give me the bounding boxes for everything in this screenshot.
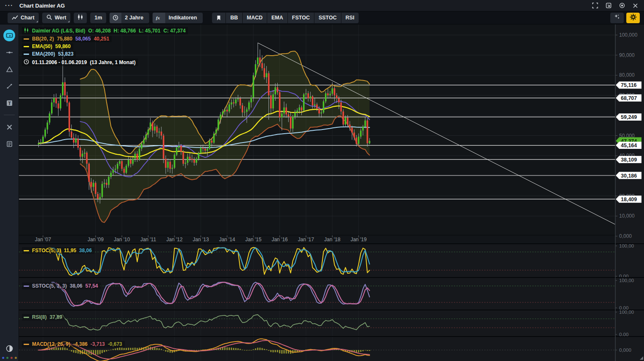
rsi-value: 37,89: [50, 314, 62, 320]
svg-text:Jan '15: Jan '15: [245, 237, 262, 242]
fullscreen-icon[interactable]: [592, 3, 598, 8]
legend-range-period: 01.11.2006 - 01.06.2019: [32, 60, 87, 65]
candles-icon: [24, 27, 29, 34]
fstoc-legend[interactable]: FSTOC(5, 3) 11,95 38,06: [22, 247, 94, 254]
chart-toolbar: Chart Wert 1m 2 Jahre fx Indikatoren BB …: [0, 11, 644, 24]
window-title: Chart Daimler AG: [19, 3, 65, 9]
settings-button[interactable]: [626, 13, 640, 23]
legend-ema50-label: EMA(50): [32, 44, 52, 49]
rsi-dash-icon: [24, 317, 29, 318]
rsi-legend[interactable]: RSI(8) 37,89: [22, 314, 65, 321]
legend-bb-row[interactable]: BB(20, 2) 75,880 58,065 40,251: [22, 36, 112, 42]
symbol-search-button[interactable]: Wert: [42, 13, 71, 23]
legend-open: O: 46,208: [88, 28, 110, 34]
sidebar-divider: [4, 115, 15, 115]
svg-text:0,000: 0,000: [619, 233, 632, 239]
quick-macd-button[interactable]: MACD: [243, 13, 268, 23]
legend-ema200-value: 53,823: [58, 51, 74, 57]
legend-close: C: 47,374: [164, 28, 186, 34]
rsi-label: RSI(8): [32, 314, 47, 320]
svg-text:59,249: 59,249: [621, 114, 637, 120]
trendline-tool-button[interactable]: [3, 80, 15, 92]
text-tool-button[interactable]: T: [3, 97, 15, 109]
indicators-button[interactable]: fx Indikatoren: [153, 13, 203, 23]
horizontal-line-tool-button[interactable]: [3, 46, 15, 58]
quick-sstoc-button[interactable]: SSTOC: [314, 13, 341, 23]
bookmark-icon[interactable]: [212, 13, 226, 23]
legend-low: L: 45,701: [139, 28, 160, 34]
svg-text:Jan '13: Jan '13: [193, 237, 209, 242]
dropdown-corner: [36, 21, 38, 22]
quick-bb-button[interactable]: BB: [226, 13, 242, 23]
svg-text:100,000: 100,000: [619, 32, 638, 38]
legend-range-row[interactable]: 01.11.2006 - 01.06.2019 (13 Jahre, 1 Mon…: [22, 59, 138, 66]
svg-text:Jan '18: Jan '18: [324, 237, 341, 242]
svg-text:38,109: 38,109: [621, 157, 637, 163]
fstoc-d-value: 38,06: [79, 248, 92, 253]
macd-label: MACD(12, 26, 9): [32, 341, 70, 347]
svg-text:Jan '16: Jan '16: [271, 237, 288, 242]
legend-symbol-row[interactable]: Daimler AG (L&S, Bid) O: 46,208 H: 48,76…: [22, 27, 188, 35]
pointer-screen-tool-button[interactable]: [3, 30, 15, 41]
sstoc-dash-icon: [24, 286, 29, 287]
sstoc-legend[interactable]: SSTOC(5, 3, 3) 38,06 57,54: [22, 283, 101, 289]
palette-dots[interactable]: [2, 357, 17, 360]
bb-dash-icon: [24, 38, 29, 40]
period-button[interactable]: 2 Jahre: [110, 13, 149, 23]
price-chart-canvas[interactable]: 100,00090,00080,00070,00060,00050,00040,…: [19, 24, 644, 361]
legend-ema200-row[interactable]: EMA(200) 53,823: [22, 51, 76, 57]
macd-legend[interactable]: MACD(12, 26, 9) -4,386 -3,713 -0,673: [22, 341, 125, 348]
theme-contrast-button[interactable]: [3, 342, 15, 354]
gear-icon: [630, 13, 637, 22]
fstoc-k-value: 11,95: [64, 248, 76, 253]
candle-style-button[interactable]: [74, 13, 87, 23]
palette-dot-red: [11, 357, 13, 359]
macd-dash-icon: [24, 344, 29, 345]
legend-symbol-name: Daimler AG (L&S, Bid): [32, 28, 85, 34]
macd-signal-value: -3,713: [91, 341, 105, 347]
legend-ema50-row[interactable]: EMA(50) 59,860: [22, 43, 73, 50]
candlestick-icon: [77, 14, 83, 22]
svg-text:30,186: 30,186: [621, 173, 637, 179]
legend-bb-lower: 40,251: [94, 36, 109, 42]
macd-hist-value: -0,673: [108, 341, 122, 347]
quick-fstoc-button[interactable]: FSTOC: [288, 13, 314, 23]
effects-button[interactable]: [610, 13, 624, 23]
svg-text:100,00: 100,00: [619, 278, 634, 283]
sstoc-d-value: 57,54: [86, 283, 98, 289]
svg-text:T: T: [8, 100, 11, 105]
svg-text:Jan '19: Jan '19: [351, 237, 367, 242]
close-icon[interactable]: [633, 3, 638, 8]
sparkles-icon: [614, 13, 620, 22]
watchlist-button[interactable]: [3, 138, 15, 150]
svg-text:68,707: 68,707: [621, 95, 637, 101]
window-menu-button[interactable]: ···: [5, 2, 13, 9]
drawing-sidebar: T: [0, 24, 19, 361]
tools-button[interactable]: [3, 121, 15, 133]
quick-ema-button[interactable]: EMA: [267, 13, 288, 23]
clock-icon: [110, 13, 121, 23]
quick-rsi-button[interactable]: RSI: [341, 13, 359, 23]
legend-bb-upper: 75,880: [57, 36, 72, 42]
svg-text:45,164: 45,164: [621, 143, 637, 148]
ema50-dash-icon: [24, 46, 29, 47]
line-chart-icon: [12, 14, 18, 22]
palette-dot-blue: [2, 357, 4, 359]
chart-type-button[interactable]: Chart: [8, 13, 39, 23]
svg-text:Jan '11: Jan '11: [140, 237, 156, 242]
popout-icon[interactable]: [606, 3, 612, 8]
triangle-shape-tool-button[interactable]: [3, 63, 15, 75]
chart-legend: Daimler AG (L&S, Bid) O: 46,208 H: 48,76…: [22, 27, 188, 67]
ema200-dash-icon: [24, 54, 29, 55]
legend-high: H: 48,766: [114, 28, 136, 34]
svg-text:Jan '07: Jan '07: [35, 237, 51, 242]
record-icon[interactable]: [619, 3, 625, 8]
sstoc-k-value: 38,06: [70, 283, 82, 289]
svg-text:90,000: 90,000: [619, 52, 635, 58]
svg-text:0,000: 0,000: [619, 348, 631, 353]
svg-text:80,000: 80,000: [619, 72, 635, 78]
svg-text:Jan '12: Jan '12: [166, 237, 183, 242]
svg-text:fx: fx: [156, 15, 160, 20]
interval-button[interactable]: 1m: [90, 13, 106, 23]
svg-text:75,116: 75,116: [621, 82, 637, 88]
